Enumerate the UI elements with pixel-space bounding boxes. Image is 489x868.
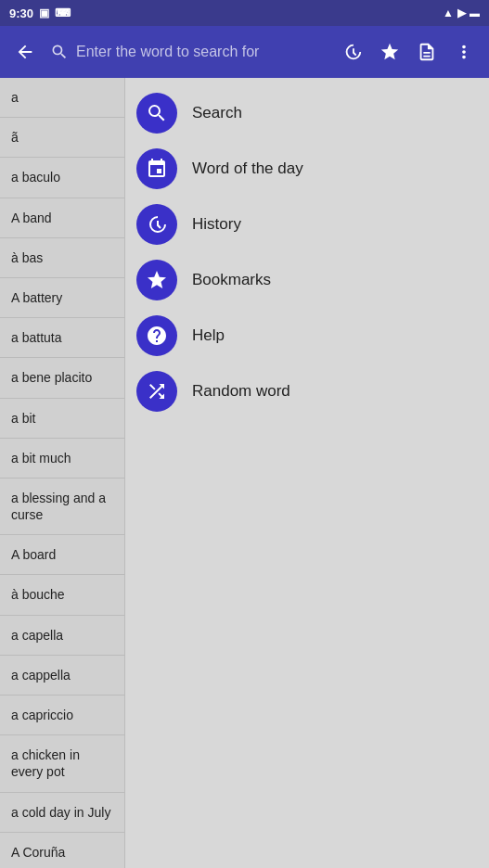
sidebar-item-a-band[interactable]: A band [0,198,124,238]
sidebar-item-a-tilde[interactable]: ã [0,118,124,158]
search-box [50,43,328,61]
menu-label-history: History [192,215,241,234]
calendar-icon [136,148,177,189]
sidebar-item-a-blessing-and-a-curse[interactable]: a blessing and a curse [0,479,124,535]
search-input[interactable] [76,44,328,60]
main-content: aãa baculoA bandà basA batterya battutaa… [0,78,489,868]
more-button[interactable] [446,34,482,70]
sidebar-item-a-chicken-in-every-pot[interactable]: a chicken in every pot [0,735,124,792]
signal-icon: ▶ [457,6,466,19]
sidebar-item-a-coruna[interactable]: A Coruña [0,833,124,868]
menu-label-bookmarks: Bookmarks [192,271,271,289]
sidebar-item-a-board[interactable]: A board [0,535,124,575]
time: 9:30 [9,6,33,20]
menu-label-random-word: Random word [192,382,290,401]
sidebar-item-a-battuta[interactable]: a battuta [0,318,124,358]
menu-item-history[interactable]: History [136,204,478,245]
back-button[interactable] [7,34,43,70]
keyboard-icon: ⌨ [55,6,71,19]
menu-item-help[interactable]: Help [136,315,478,356]
status-left: 9:30 ▣ ⌨ [9,6,71,20]
star-icon [136,260,177,300]
right-panel: SearchWord of the dayHistoryBookmarksHel… [125,78,489,868]
sidebar-item-a-bit-much[interactable]: a bit much [0,439,124,479]
menu-item-random-word[interactable]: Random word [136,371,478,412]
menu-item-word-of-the-day[interactable]: Word of the day [136,148,478,189]
random-icon [136,371,177,412]
top-bar-actions [335,34,482,70]
sidebar-item-a-bouche[interactable]: à bouche [0,575,124,615]
history-button[interactable] [335,34,370,70]
battery-icon: ▬ [470,7,480,19]
sidebar-item-a-bas[interactable]: à bas [0,238,124,278]
status-bar: 9:30 ▣ ⌨ ▲ ▶ ▬ [0,0,489,26]
menu-item-bookmarks[interactable]: Bookmarks [136,260,478,300]
sidebar-item-a-cappella[interactable]: a cappella [0,656,124,696]
help-icon [136,315,177,356]
wifi-icon: ▲ [443,6,454,19]
search-icon [136,93,177,134]
status-right: ▲ ▶ ▬ [443,6,480,19]
sidebar-item-a[interactable]: a [0,78,124,118]
content-button[interactable] [409,34,444,70]
sidebar: aãa baculoA bandà basA batterya battutaa… [0,78,125,868]
notification-icon: ▣ [39,6,49,19]
menu-item-search[interactable]: Search [136,93,478,134]
history-icon [136,204,177,245]
sidebar-item-a-cold-day-in-july[interactable]: a cold day in July [0,793,124,833]
sidebar-item-a-capriccio[interactable]: a capriccio [0,696,124,735]
sidebar-item-a-bene-placito[interactable]: a bene placito [0,358,124,398]
menu-label-help: Help [192,326,225,345]
top-bar [0,26,489,78]
sidebar-item-a-capella[interactable]: a capella [0,616,124,656]
bookmarks-button[interactable] [372,34,407,70]
sidebar-item-a-battery[interactable]: A battery [0,278,124,318]
menu-label-word-of-the-day: Word of the day [192,160,303,178]
search-icon [50,43,69,61]
sidebar-item-a-bit[interactable]: a bit [0,399,124,439]
menu-label-search: Search [192,104,242,122]
sidebar-item-a-baculo[interactable]: a baculo [0,158,124,198]
